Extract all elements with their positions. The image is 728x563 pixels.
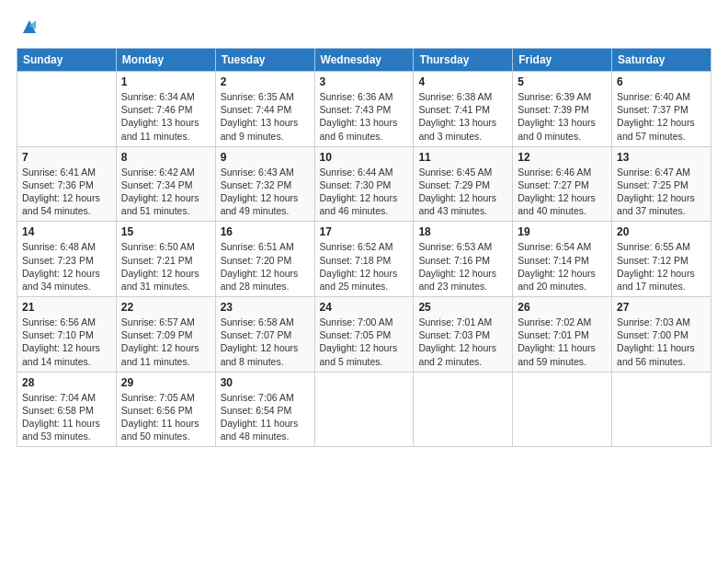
day-number: 14: [22, 225, 111, 238]
day-info: Sunrise: 6:58 AMSunset: 7:07 PMDaylight:…: [221, 316, 310, 368]
day-number: 27: [617, 301, 706, 314]
day-number: 13: [617, 151, 706, 164]
calendar-cell: 23Sunrise: 6:58 AMSunset: 7:07 PMDayligh…: [215, 297, 314, 373]
day-number: 17: [320, 225, 409, 238]
calendar-cell: 10Sunrise: 6:44 AMSunset: 7:30 PMDayligh…: [314, 146, 414, 222]
calendar-cell: [314, 372, 414, 447]
calendar-cell: 14Sunrise: 6:48 AMSunset: 7:23 PMDayligh…: [17, 222, 117, 297]
day-info: Sunrise: 7:04 AMSunset: 6:58 PMDaylight:…: [22, 391, 111, 443]
header: [17, 17, 711, 39]
calendar-week-row: 28Sunrise: 7:04 AMSunset: 6:58 PMDayligh…: [17, 372, 711, 447]
calendar-cell: 25Sunrise: 7:01 AMSunset: 7:03 PMDayligh…: [414, 297, 513, 373]
calendar-cell: 21Sunrise: 6:56 AMSunset: 7:10 PMDayligh…: [17, 297, 117, 373]
day-of-week-header: Thursday: [414, 49, 513, 72]
calendar-cell: 19Sunrise: 6:54 AMSunset: 7:14 PMDayligh…: [513, 222, 612, 297]
day-of-week-header: Friday: [513, 49, 612, 72]
logo: [17, 17, 40, 39]
day-of-week-header: Wednesday: [314, 49, 414, 72]
day-number: 30: [221, 376, 310, 389]
day-number: 15: [121, 225, 210, 238]
calendar-cell: 4Sunrise: 6:38 AMSunset: 7:41 PMDaylight…: [414, 72, 513, 147]
day-info: Sunrise: 6:48 AMSunset: 7:23 PMDaylight:…: [22, 240, 111, 293]
calendar-cell: 2Sunrise: 6:35 AMSunset: 7:44 PMDaylight…: [215, 72, 314, 147]
calendar: SundayMondayTuesdayWednesdayThursdayFrid…: [17, 48, 711, 447]
day-number: 6: [617, 75, 706, 88]
day-number: 21: [22, 301, 111, 314]
day-number: 12: [518, 151, 607, 164]
day-of-week-header: Sunday: [17, 49, 117, 72]
page: SundayMondayTuesdayWednesdayThursdayFrid…: [0, 0, 728, 563]
day-number: 11: [418, 151, 507, 164]
calendar-cell: 12Sunrise: 6:46 AMSunset: 7:27 PMDayligh…: [513, 146, 612, 222]
calendar-week-row: 21Sunrise: 6:56 AMSunset: 7:10 PMDayligh…: [17, 297, 711, 373]
day-number: 16: [221, 225, 310, 238]
calendar-header-row: SundayMondayTuesdayWednesdayThursdayFrid…: [17, 49, 711, 72]
calendar-cell: [612, 372, 711, 447]
day-info: Sunrise: 7:00 AMSunset: 7:05 PMDaylight:…: [320, 316, 409, 368]
calendar-week-row: 14Sunrise: 6:48 AMSunset: 7:23 PMDayligh…: [17, 222, 711, 297]
calendar-cell: 26Sunrise: 7:02 AMSunset: 7:01 PMDayligh…: [513, 297, 612, 373]
day-number: 22: [121, 301, 210, 314]
calendar-cell: 11Sunrise: 6:45 AMSunset: 7:29 PMDayligh…: [414, 146, 513, 222]
day-number: 29: [121, 376, 210, 389]
day-info: Sunrise: 6:57 AMSunset: 7:09 PMDaylight:…: [121, 316, 210, 368]
day-number: 10: [320, 151, 409, 164]
day-info: Sunrise: 6:52 AMSunset: 7:18 PMDaylight:…: [320, 240, 409, 293]
day-info: Sunrise: 6:53 AMSunset: 7:16 PMDaylight:…: [418, 240, 507, 293]
calendar-cell: 7Sunrise: 6:41 AMSunset: 7:36 PMDaylight…: [17, 146, 117, 222]
day-number: 23: [221, 301, 310, 314]
day-info: Sunrise: 6:34 AMSunset: 7:46 PMDaylight:…: [121, 90, 210, 143]
day-info: Sunrise: 6:36 AMSunset: 7:43 PMDaylight:…: [320, 90, 409, 143]
day-info: Sunrise: 6:38 AMSunset: 7:41 PMDaylight:…: [418, 90, 507, 143]
day-info: Sunrise: 6:43 AMSunset: 7:32 PMDaylight:…: [221, 166, 310, 218]
day-info: Sunrise: 6:42 AMSunset: 7:34 PMDaylight:…: [121, 166, 210, 218]
day-of-week-header: Monday: [116, 49, 215, 72]
calendar-cell: 3Sunrise: 6:36 AMSunset: 7:43 PMDaylight…: [314, 72, 414, 147]
day-number: 1: [121, 75, 210, 88]
day-number: 4: [418, 75, 507, 88]
day-info: Sunrise: 6:47 AMSunset: 7:25 PMDaylight:…: [617, 166, 706, 218]
day-info: Sunrise: 6:50 AMSunset: 7:21 PMDaylight:…: [121, 240, 210, 293]
day-info: Sunrise: 6:55 AMSunset: 7:12 PMDaylight:…: [617, 240, 706, 293]
calendar-cell: 1Sunrise: 6:34 AMSunset: 7:46 PMDaylight…: [116, 72, 215, 147]
calendar-week-row: 7Sunrise: 6:41 AMSunset: 7:36 PMDaylight…: [17, 146, 711, 222]
calendar-cell: [513, 372, 612, 447]
day-number: 28: [22, 376, 111, 389]
day-number: 9: [221, 151, 310, 164]
day-number: 5: [518, 75, 607, 88]
day-info: Sunrise: 6:51 AMSunset: 7:20 PMDaylight:…: [221, 240, 310, 293]
calendar-cell: 18Sunrise: 6:53 AMSunset: 7:16 PMDayligh…: [414, 222, 513, 297]
day-of-week-header: Tuesday: [215, 49, 314, 72]
day-info: Sunrise: 6:56 AMSunset: 7:10 PMDaylight:…: [22, 316, 111, 368]
day-of-week-header: Saturday: [612, 49, 711, 72]
logo-icon: [19, 17, 40, 37]
day-number: 18: [418, 225, 507, 238]
day-info: Sunrise: 6:35 AMSunset: 7:44 PMDaylight:…: [221, 90, 310, 143]
day-info: Sunrise: 7:06 AMSunset: 6:54 PMDaylight:…: [221, 391, 310, 443]
day-number: 2: [221, 75, 310, 88]
day-info: Sunrise: 7:01 AMSunset: 7:03 PMDaylight:…: [418, 316, 507, 368]
calendar-cell: 24Sunrise: 7:00 AMSunset: 7:05 PMDayligh…: [314, 297, 414, 373]
day-info: Sunrise: 7:03 AMSunset: 7:00 PMDaylight:…: [617, 316, 706, 368]
calendar-cell: 13Sunrise: 6:47 AMSunset: 7:25 PMDayligh…: [612, 146, 711, 222]
calendar-cell: 8Sunrise: 6:42 AMSunset: 7:34 PMDaylight…: [116, 146, 215, 222]
calendar-cell: 22Sunrise: 6:57 AMSunset: 7:09 PMDayligh…: [116, 297, 215, 373]
calendar-cell: 28Sunrise: 7:04 AMSunset: 6:58 PMDayligh…: [17, 372, 117, 447]
calendar-cell: 30Sunrise: 7:06 AMSunset: 6:54 PMDayligh…: [215, 372, 314, 447]
calendar-cell: 9Sunrise: 6:43 AMSunset: 7:32 PMDaylight…: [215, 146, 314, 222]
day-number: 3: [320, 75, 409, 88]
day-number: 25: [418, 301, 507, 314]
calendar-cell: 20Sunrise: 6:55 AMSunset: 7:12 PMDayligh…: [612, 222, 711, 297]
day-info: Sunrise: 7:02 AMSunset: 7:01 PMDaylight:…: [518, 316, 607, 368]
calendar-cell: 29Sunrise: 7:05 AMSunset: 6:56 PMDayligh…: [116, 372, 215, 447]
day-number: 24: [320, 301, 409, 314]
day-info: Sunrise: 7:05 AMSunset: 6:56 PMDaylight:…: [121, 391, 210, 443]
day-number: 20: [617, 225, 706, 238]
calendar-cell: [414, 372, 513, 447]
day-info: Sunrise: 6:41 AMSunset: 7:36 PMDaylight:…: [22, 166, 111, 218]
day-number: 8: [121, 151, 210, 164]
calendar-cell: 5Sunrise: 6:39 AMSunset: 7:39 PMDaylight…: [513, 72, 612, 147]
day-info: Sunrise: 6:54 AMSunset: 7:14 PMDaylight:…: [518, 240, 607, 293]
calendar-cell: 16Sunrise: 6:51 AMSunset: 7:20 PMDayligh…: [215, 222, 314, 297]
day-info: Sunrise: 6:40 AMSunset: 7:37 PMDaylight:…: [617, 90, 706, 143]
